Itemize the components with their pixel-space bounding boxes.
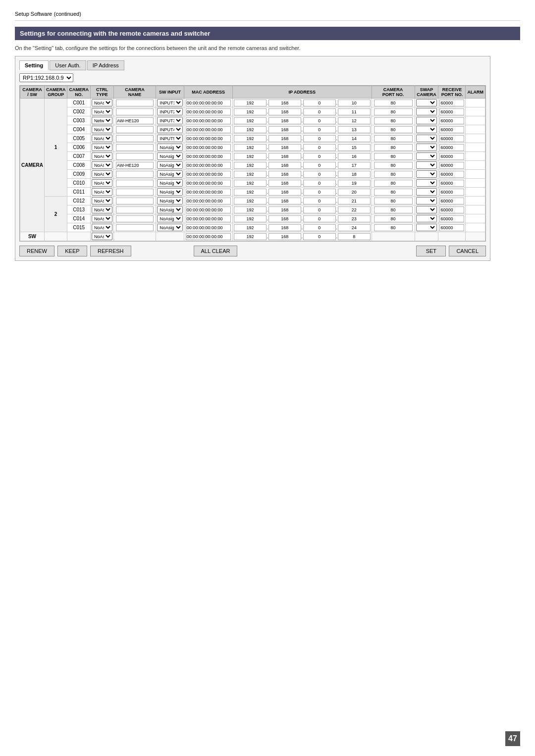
camera-name-cell[interactable] xyxy=(114,107,156,116)
ip-octet-4[interactable] xyxy=(338,189,370,196)
camera-name-cell[interactable] xyxy=(114,197,156,205)
sw-ip-octet-1[interactable] xyxy=(234,233,266,240)
ip-octet-1[interactable] xyxy=(234,171,266,178)
ip-octet-2[interactable] xyxy=(268,189,301,196)
ip-octet-4[interactable] xyxy=(338,215,370,222)
ip-octet-2[interactable] xyxy=(268,198,301,204)
ip-octet-3[interactable] xyxy=(303,224,335,231)
sw-input-select[interactable]: NoAsignINPUT1INPUT2INPUT3INPUT4INPUT5INP… xyxy=(157,152,182,160)
sw-ctrl-type[interactable]: NoAsignNetworkSerial xyxy=(90,232,113,241)
recv-port-cell[interactable] xyxy=(438,205,466,214)
camera-name-input[interactable] xyxy=(116,126,154,133)
camera-name-cell[interactable] xyxy=(114,205,156,214)
sw-input-select[interactable]: NoAsignINPUT1INPUT2INPUT3INPUT4INPUT5INP… xyxy=(157,179,182,187)
recv-port-cell[interactable] xyxy=(438,161,466,170)
recv-port-cell[interactable] xyxy=(438,152,466,161)
camera-port-input[interactable] xyxy=(374,198,413,204)
camera-port-cell[interactable] xyxy=(372,205,415,214)
camera-port-input[interactable] xyxy=(374,206,413,213)
swap-camera-cell[interactable]: C001C002C003 xyxy=(415,214,438,223)
recv-port-input[interactable] xyxy=(439,100,464,106)
swap-camera-cell[interactable]: C001C002C003 xyxy=(415,116,438,125)
swap-camera-select[interactable]: C001C002C003 xyxy=(416,108,437,115)
mac-address-input[interactable] xyxy=(186,135,231,142)
ip-octet-4[interactable] xyxy=(338,117,370,124)
ip-octet-3[interactable] xyxy=(303,144,335,151)
camera-name-input[interactable] xyxy=(116,162,154,169)
mac-address-cell[interactable] xyxy=(184,197,232,205)
camera-name-input[interactable] xyxy=(116,189,154,196)
ip-octet-4[interactable] xyxy=(338,126,370,133)
camera-port-input[interactable] xyxy=(374,162,413,169)
camera-port-cell[interactable] xyxy=(372,116,415,125)
ip-octet-2[interactable] xyxy=(268,144,301,151)
mac-address-cell[interactable] xyxy=(184,99,232,107)
mac-address-cell[interactable] xyxy=(184,188,232,197)
ip-octet-3[interactable] xyxy=(303,206,335,213)
recv-port-cell[interactable] xyxy=(438,134,466,143)
camera-name-cell[interactable] xyxy=(114,214,156,223)
ctrl-type-cell[interactable]: NoAsignNetworkSerial xyxy=(90,214,113,223)
ip-octet-4[interactable] xyxy=(338,135,370,142)
ip-octet-2[interactable] xyxy=(268,180,301,187)
camera-port-input[interactable] xyxy=(374,153,413,160)
ip-octet-1[interactable] xyxy=(234,162,266,169)
recv-port-cell[interactable] xyxy=(438,223,466,232)
ctrl-type-select[interactable]: NoAsignNetworkSerial xyxy=(92,197,112,204)
camera-port-cell[interactable] xyxy=(372,134,415,143)
tab-setting[interactable]: Setting xyxy=(19,60,49,70)
mac-address-cell[interactable] xyxy=(184,205,232,214)
camera-name-cell[interactable] xyxy=(114,134,156,143)
ctrl-type-select[interactable]: NoAsignNetworkSerial xyxy=(92,99,112,106)
ip-octet-3[interactable] xyxy=(303,108,335,115)
ctrl-type-cell[interactable]: NoAsignNetworkSerial xyxy=(90,188,113,197)
sw-input-cell[interactable]: NoAsignINPUT1INPUT2INPUT3INPUT4INPUT5INP… xyxy=(156,107,184,116)
camera-port-cell[interactable] xyxy=(372,152,415,161)
ip-octet-2[interactable] xyxy=(268,135,301,142)
recv-port-cell[interactable] xyxy=(438,116,466,125)
swap-camera-select[interactable]: C001C002C003 xyxy=(416,126,437,133)
ctrl-type-cell[interactable]: NoAsignNetworkSerial xyxy=(90,179,113,188)
ip-octet-2[interactable] xyxy=(268,153,301,160)
sw-input-select[interactable]: NoAsignINPUT1INPUT2INPUT3INPUT4INPUT5INP… xyxy=(157,188,182,196)
camera-port-cell[interactable] xyxy=(372,125,415,134)
camera-name-input[interactable] xyxy=(116,180,154,187)
ip-octet-1[interactable] xyxy=(234,135,266,142)
sw-input-select[interactable]: NoAsignINPUT1INPUT2INPUT3INPUT4INPUT5INP… xyxy=(157,144,182,151)
renew-button[interactable]: RENEW xyxy=(19,246,54,256)
mac-address-input[interactable] xyxy=(186,126,231,133)
camera-port-input[interactable] xyxy=(374,144,413,151)
ip-address-cell[interactable]: ... xyxy=(233,214,372,223)
ctrl-type-select[interactable]: NoAsignNetworkSerial xyxy=(92,206,112,213)
ip-octet-2[interactable] xyxy=(268,162,301,169)
tab-user-auth[interactable]: User Auth. xyxy=(50,60,86,70)
recv-port-input[interactable] xyxy=(439,180,464,187)
camera-name-input[interactable] xyxy=(116,198,154,204)
sw-mac-input[interactable] xyxy=(186,233,231,240)
mac-address-input[interactable] xyxy=(186,162,231,169)
ctrl-type-select[interactable]: NoAsignNetworkSerial xyxy=(92,224,112,231)
sw-ctrl-type-select[interactable]: NoAsignNetworkSerial xyxy=(92,233,112,240)
ctrl-type-select[interactable]: NoAsignNetworkSerial xyxy=(92,108,112,115)
camera-port-cell[interactable] xyxy=(372,179,415,188)
recv-port-cell[interactable] xyxy=(438,107,466,116)
ip-octet-1[interactable] xyxy=(234,198,266,204)
sw-input-cell[interactable]: NoAsignINPUT1INPUT2INPUT3INPUT4INPUT5INP… xyxy=(156,134,184,143)
sw-input-select[interactable]: NoAsignINPUT1INPUT2INPUT3INPUT4INPUT5INP… xyxy=(157,161,182,169)
sw-input-select[interactable]: NoAsignINPUT1INPUT2INPUT3INPUT4INPUT5INP… xyxy=(157,206,182,213)
camera-port-cell[interactable] xyxy=(372,161,415,170)
swap-camera-cell[interactable]: C001C002C003 xyxy=(415,223,438,232)
recv-port-cell[interactable] xyxy=(438,179,466,188)
sw-input-cell[interactable]: NoAsignINPUT1INPUT2INPUT3INPUT4INPUT5INP… xyxy=(156,205,184,214)
ip-octet-1[interactable] xyxy=(234,153,266,160)
ip-octet-4[interactable] xyxy=(338,224,370,231)
camera-name-input[interactable] xyxy=(116,153,154,160)
recv-port-cell[interactable] xyxy=(438,188,466,197)
camera-name-cell[interactable] xyxy=(114,116,156,125)
camera-name-input[interactable] xyxy=(116,135,154,142)
camera-name-cell[interactable] xyxy=(114,143,156,152)
sw-mac[interactable] xyxy=(184,232,232,241)
sw-ip-octet-2[interactable] xyxy=(268,233,301,240)
camera-name-input[interactable] xyxy=(116,224,154,231)
mac-address-input[interactable] xyxy=(186,224,231,231)
